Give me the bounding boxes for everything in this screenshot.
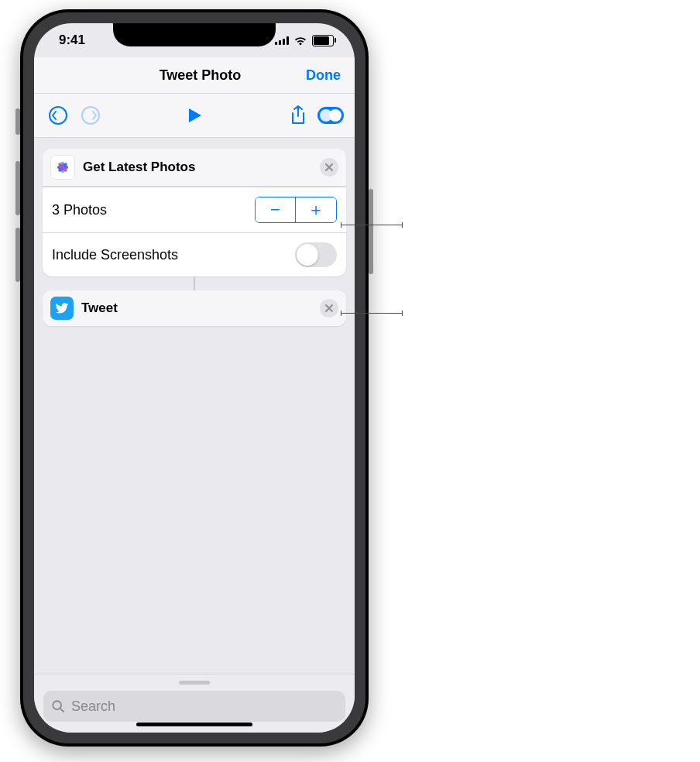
svg-point-10 [53, 701, 61, 709]
wifi-icon [293, 36, 307, 46]
drawer-grabber[interactable] [179, 681, 210, 685]
callout-line [341, 225, 403, 225]
share-button[interactable] [285, 102, 311, 129]
redo-button [77, 102, 104, 129]
run-button[interactable] [181, 102, 208, 129]
photo-count-label: 3 Photos [52, 202, 255, 218]
page-title: Tweet Photo [94, 67, 306, 84]
photo-count-stepper[interactable]: − ＋ [255, 197, 337, 223]
action-title: Get Latest Photos [83, 160, 320, 175]
photos-app-icon [50, 155, 75, 180]
stepper-minus-button[interactable]: − [256, 197, 296, 222]
phone-frame: 9:41 Tweet Photo Done [20, 9, 369, 747]
notch [113, 23, 276, 46]
volume-down-button [15, 228, 20, 282]
search-placeholder: Search [71, 698, 115, 715]
home-indicator[interactable] [136, 723, 252, 726]
twitter-app-icon [50, 297, 74, 320]
callout-line [341, 313, 403, 314]
stepper-plus-button[interactable]: ＋ [296, 197, 336, 222]
search-icon [51, 699, 65, 713]
search-input[interactable]: Search [43, 691, 345, 722]
action-connector [43, 276, 346, 290]
workflow-area: Get Latest Photos 3 Photos − ＋ Includ [34, 138, 355, 326]
done-button[interactable]: Done [306, 67, 341, 84]
action-title: Tweet [81, 300, 320, 316]
svg-line-11 [60, 709, 63, 712]
action-tweet: Tweet [43, 290, 346, 326]
battery-icon [312, 35, 337, 46]
include-screenshots-toggle[interactable] [295, 242, 337, 267]
power-button [369, 189, 373, 274]
undo-button[interactable] [45, 102, 71, 129]
toolbar [34, 94, 355, 138]
include-screenshots-label: Include Screenshots [52, 247, 295, 263]
remove-action-button[interactable] [320, 158, 338, 177]
silence-switch [15, 108, 20, 135]
action-get-latest-photos: Get Latest Photos 3 Photos − ＋ Includ [43, 149, 346, 276]
status-time: 9:41 [59, 33, 85, 48]
settings-button[interactable] [317, 102, 344, 129]
navigation-bar: Tweet Photo Done [34, 57, 355, 94]
screen: 9:41 Tweet Photo Done [34, 23, 355, 733]
cellular-icon [275, 36, 289, 45]
volume-up-button [15, 161, 20, 215]
remove-action-button[interactable] [320, 299, 338, 318]
